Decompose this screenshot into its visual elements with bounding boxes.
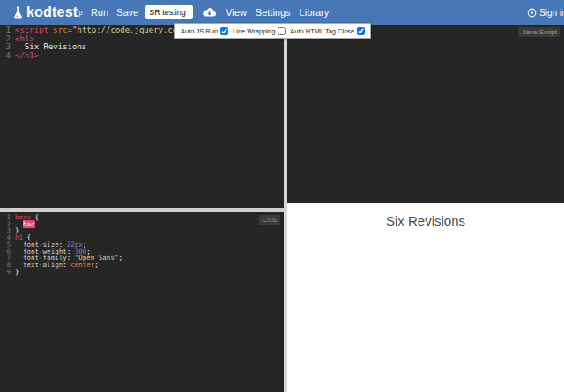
cloud-save-button[interactable] [202, 7, 217, 18]
signin-label: Sign in/Sign up [539, 8, 564, 18]
signin-icon [527, 8, 537, 18]
flask-icon [12, 6, 24, 19]
code-line[interactable]: 9} [0, 269, 284, 276]
code-line[interactable]: 8 text-align: center; [0, 262, 284, 269]
line-number: 4 [0, 52, 11, 61]
option-label: Auto HTML Tag Close [290, 27, 354, 35]
beta-label: β [78, 9, 83, 17]
code-line[interactable]: 3} [0, 227, 284, 234]
app-title: kodtest [26, 4, 78, 20]
js-editor-pane[interactable]: Java Script [287, 25, 564, 203]
vertical-resizer[interactable] [284, 25, 287, 392]
option-label: Auto JS Run [181, 27, 218, 35]
js-editor[interactable] [287, 25, 564, 203]
auto-js-run-checkbox[interactable] [220, 27, 228, 35]
project-name-input[interactable] [145, 5, 193, 19]
signin-button[interactable]: Sign in/Sign up [527, 0, 564, 25]
code-line[interactable]: 4</h1> [0, 52, 284, 61]
settings-dropdown: Auto JS Run Line Wrapping Auto HTML Tag … [174, 23, 371, 39]
run-button[interactable]: Run [91, 7, 108, 18]
save-button[interactable]: Save [116, 7, 138, 18]
css-pane-badge: CSS [259, 215, 280, 225]
code-line[interactable]: 3 Six Revisions [0, 43, 284, 52]
code-line[interactable]: 2 bac [0, 221, 284, 228]
option-auto-js-run: Auto JS Run [181, 27, 228, 35]
option-line-wrapping: Line Wrapping [233, 27, 286, 35]
js-pane-badge: Java Script [518, 27, 560, 37]
top-toolbar: kodtest β Run Save View Settings Library… [0, 0, 564, 25]
line-number: 9 [0, 269, 11, 276]
option-auto-html-tag-close: Auto HTML Tag Close [290, 27, 365, 35]
cloud-download-icon [202, 7, 217, 18]
code-line[interactable]: 1body { [0, 214, 284, 221]
right-horizontal-resizer[interactable] [287, 203, 564, 203]
option-label: Line Wrapping [233, 27, 275, 35]
preview-pane: Six Revisions [287, 203, 564, 392]
preview-heading: Six Revisions [287, 203, 564, 228]
app-logo[interactable]: kodtest β [12, 4, 83, 20]
menu-settings[interactable]: Settings [256, 7, 291, 18]
menu-library[interactable]: Library [300, 7, 330, 18]
auto-html-tag-close-checkbox[interactable] [357, 27, 365, 35]
html-editor[interactable]: 1<script src="http://code.jquery.com/jqu… [0, 25, 284, 208]
html-editor-pane[interactable]: 1<script src="http://code.jquery.com/jqu… [0, 25, 284, 208]
menu-view[interactable]: View [226, 7, 247, 18]
line-wrapping-checkbox[interactable] [278, 27, 286, 35]
left-horizontal-resizer[interactable] [0, 208, 284, 212]
css-editor-pane[interactable]: CSS 1body {2 bac3}4h1 {5 font-size: 22px… [0, 212, 284, 392]
css-editor[interactable]: 1body {2 bac3}4h1 {5 font-size: 22px;6 f… [0, 212, 284, 392]
